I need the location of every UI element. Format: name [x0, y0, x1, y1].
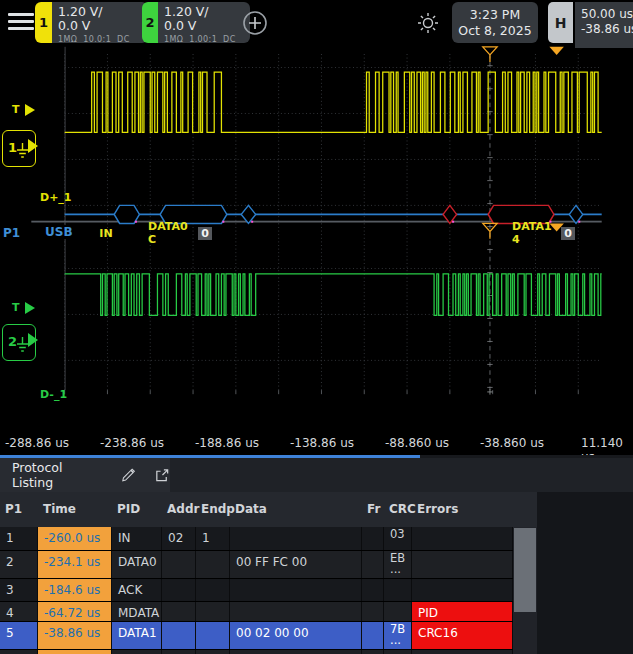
- cell-endp: [196, 551, 230, 578]
- decode-bubble: IN: [97, 224, 115, 242]
- horizontal-settings[interactable]: 50.00 us/ -38.86 us: [575, 2, 633, 48]
- bubble-marker-dot: [135, 221, 137, 223]
- table-body: 1-260.0 usIN021032-234.1 usDATA000 FF FC…: [0, 527, 513, 654]
- time-axis-label: -238.86 us: [100, 436, 164, 450]
- column-header-time: Time: [43, 502, 76, 516]
- decode-row-label[interactable]: P1: [3, 226, 20, 240]
- bubble-marker-dot: [578, 221, 580, 223]
- channel-2-badge[interactable]: 21.20 V/0.0 V1MΩ 1.00:1 DC: [142, 2, 250, 43]
- table-row[interactable]: 5-38.86 usDATA100 02 00 007B...CRC16: [0, 622, 513, 650]
- menu-icon[interactable]: [8, 13, 34, 32]
- plus-icon: [249, 17, 261, 29]
- channel-1-badge[interactable]: 11.20 V/0.0 V1MΩ 10.0:1 DC: [35, 2, 148, 43]
- horizontal-scale: 50.00 us/: [581, 7, 633, 22]
- cell-time: -64.72 us: [38, 602, 112, 621]
- cell-index: 6: [0, 650, 38, 654]
- ch2-trigger-level-marker[interactable]: T: [12, 301, 35, 314]
- cell-fr: [362, 579, 384, 601]
- table-row[interactable]: 69.770 usACK: [0, 650, 513, 654]
- toolbar: 11.20 V/0.0 V1MΩ 10.0:1 DC21.20 V/0.0 V1…: [0, 0, 633, 45]
- decode-bubble: DATA1 40: [512, 224, 575, 242]
- table-scrollbar[interactable]: [513, 527, 537, 654]
- cell-crc: [384, 650, 412, 654]
- table-header: P1TimePIDAddrEndpDataFrCRCErrors: [0, 492, 537, 527]
- cell-pid: MDATA: [112, 602, 162, 621]
- cell-data: 00 02 00 00: [230, 622, 362, 649]
- ground-level-arrow-icon: [28, 139, 38, 153]
- axis-center-cross: [487, 389, 492, 394]
- channel-1-tab: 1: [35, 2, 52, 43]
- cell-endp: [196, 602, 230, 621]
- protocol-listing-panel: Protocol Listing P1TimePIDAddrEndpDataFr…: [0, 455, 633, 654]
- bubble-label: IN: [99, 227, 112, 240]
- column-header-data: Data: [235, 502, 267, 516]
- ch2-waveform: [65, 274, 602, 315]
- decode-bus-label: USB: [42, 225, 76, 239]
- clock-date: Oct 8, 2025: [458, 23, 531, 39]
- trigger-letter: T: [12, 301, 20, 314]
- ch2-ground-badge[interactable]: 2: [2, 324, 36, 361]
- table-row[interactable]: 1-260.0 usIN02103: [0, 527, 513, 551]
- bubble-marker-dot: [452, 221, 454, 223]
- scrollbar-thumb[interactable]: [514, 528, 536, 612]
- cell-pid: DATA0: [112, 551, 162, 578]
- cell-addr: [162, 650, 196, 654]
- ch2-signal-label: D-_1: [40, 388, 67, 401]
- channel-scale: 1.20 V/: [58, 5, 142, 19]
- tab-protocol-listing[interactable]: Protocol Listing: [0, 458, 170, 492]
- column-header-crc: CRC: [389, 502, 416, 516]
- cell-crc: EB...: [384, 551, 412, 578]
- clock-time: 3:23 PM: [470, 7, 520, 23]
- time-axis-label: -88.860 us: [385, 436, 449, 450]
- cell-index: 4: [0, 602, 38, 621]
- cell-endp: 1: [196, 527, 230, 550]
- cell-errors: PID: [412, 602, 513, 621]
- open-window-icon[interactable]: [154, 467, 170, 484]
- panel-filler: [537, 492, 633, 654]
- channel-offset: 0.0 V: [58, 19, 142, 33]
- cell-endp: [196, 650, 230, 654]
- cell-pid: ACK: [112, 650, 162, 654]
- waveform-display[interactable]: T1D+_1T2D-_1P1USBINDATA0 C0DATA1 40: [0, 45, 633, 455]
- channel-scale: 1.20 V/: [164, 5, 244, 19]
- trigger-arrow-icon: [25, 104, 35, 116]
- add-channel-button[interactable]: [242, 10, 268, 36]
- channel-2-tab: 2: [142, 2, 158, 43]
- bubble-marker-dot: [251, 221, 253, 223]
- cell-data: [230, 650, 362, 654]
- time-axis: -288.86 us-238.86 us-188.86 us-138.86 us…: [0, 428, 633, 455]
- table-row[interactable]: 3-184.6 usACK: [0, 579, 513, 602]
- table-row[interactable]: 2-234.1 usDATA000 FF FC 00EB...: [0, 551, 513, 579]
- horizontal-button[interactable]: H: [548, 2, 573, 43]
- cell-time: -260.0 us: [38, 527, 112, 550]
- panel-tab-bar: Protocol Listing: [0, 458, 633, 492]
- bubble-marker-dot: [222, 221, 224, 223]
- brightness-button[interactable]: [415, 10, 441, 36]
- time-axis-label: -188.86 us: [195, 436, 259, 450]
- cell-pid: IN: [112, 527, 162, 550]
- cell-endp: [196, 622, 230, 649]
- cell-pid: ACK: [112, 579, 162, 601]
- cell-addr: [162, 551, 196, 578]
- cell-fr: [362, 622, 384, 649]
- edit-icon[interactable]: [120, 467, 136, 484]
- cell-index: 3: [0, 579, 38, 601]
- column-header-pid: PID: [117, 502, 140, 516]
- cell-errors: [412, 579, 513, 601]
- decode-bubble: DATA0 C0: [148, 224, 212, 242]
- time-reference-marker[interactable]: [483, 47, 497, 62]
- cell-errors: [412, 650, 513, 654]
- cell-data: 00 FF FC 00: [230, 551, 362, 578]
- cell-addr: [162, 622, 196, 649]
- ch1-trigger-level-marker[interactable]: T: [12, 103, 35, 116]
- trigger-position-marker[interactable]: [549, 47, 563, 55]
- column-header-endp: Endp: [201, 502, 235, 516]
- table-row[interactable]: 4-64.72 usMDATAPID: [0, 602, 513, 622]
- channel-offset: 0.0 V: [164, 19, 244, 33]
- clock-box[interactable]: 3:23 PM Oct 8, 2025: [452, 2, 538, 43]
- ch1-ground-badge[interactable]: 1: [2, 130, 36, 167]
- tab-title: Protocol Listing: [12, 460, 102, 490]
- cell-fr: [362, 650, 384, 654]
- ground-level-arrow-icon: [28, 333, 38, 347]
- time-axis-label: -38.860 us: [480, 436, 544, 450]
